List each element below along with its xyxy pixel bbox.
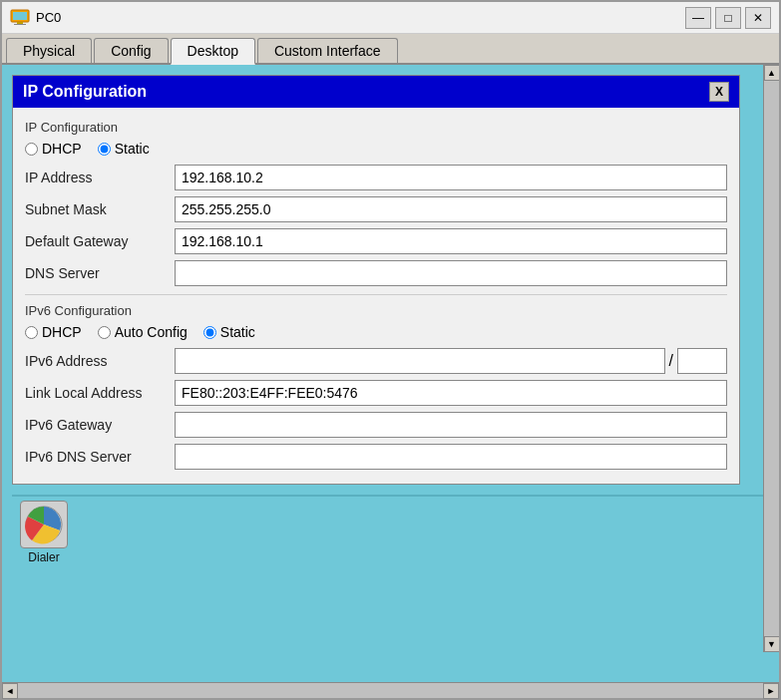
static-label: Static [115, 141, 150, 157]
link-local-address-row: Link Local Address [25, 380, 727, 406]
scroll-up-button[interactable]: ▲ [764, 65, 780, 81]
scroll-right-button[interactable]: ► [763, 683, 779, 699]
ipv6-gateway-row: IPv6 Gateway [25, 412, 727, 438]
svg-rect-1 [13, 12, 27, 20]
ipv6-prefix-input[interactable] [677, 348, 727, 374]
content-area: ▲ ▼ IP Configuration X IP Configuration … [2, 65, 779, 682]
main-window: PC0 — □ ✕ Physical Config Desktop Custom… [0, 0, 781, 700]
ipv6-dhcp-radio[interactable] [25, 326, 38, 339]
ipv6-address-input[interactable] [175, 348, 665, 374]
dns-server-row: DNS Server [25, 260, 727, 286]
subnet-mask-input[interactable] [175, 196, 727, 222]
tab-desktop[interactable]: Desktop [171, 38, 255, 65]
link-local-address-input[interactable] [175, 380, 727, 406]
ipv6-dns-server-input[interactable] [175, 444, 727, 470]
vertical-scrollbar: ▲ ▼ [763, 65, 779, 652]
svg-rect-2 [17, 22, 23, 24]
default-gateway-row: Default Gateway [25, 228, 727, 254]
ipv6-static-label: Static [220, 324, 255, 340]
ipv6-dns-server-label: IPv6 DNS Server [25, 449, 175, 465]
ipv6-address-label: IPv6 Address [25, 353, 175, 369]
ip-address-row: IP Address [25, 165, 727, 190]
ipv6-slash: / [665, 352, 677, 370]
ipv6-dhcp-radio-label[interactable]: DHCP [25, 324, 82, 340]
dhcp-radio[interactable] [25, 143, 38, 156]
bottom-icon-dialer: Dialer [20, 501, 68, 564]
default-gateway-input[interactable] [175, 228, 727, 254]
tab-config[interactable]: Config [94, 38, 168, 63]
link-local-address-label: Link Local Address [25, 385, 175, 401]
subnet-mask-label: Subnet Mask [25, 201, 175, 217]
title-bar: PC0 — □ ✕ [2, 2, 779, 34]
ipv6-dhcp-label: DHCP [42, 324, 82, 340]
window-title: PC0 [36, 10, 61, 25]
dhcp-radio-label[interactable]: DHCP [25, 141, 82, 157]
close-button[interactable]: ✕ [745, 7, 771, 29]
scroll-down-button[interactable]: ▼ [764, 636, 780, 652]
ipv6-gateway-input[interactable] [175, 412, 727, 438]
ipv6-dns-server-row: IPv6 DNS Server [25, 444, 727, 470]
tab-custom-interface[interactable]: Custom Interface [257, 38, 398, 63]
tab-bar: Physical Config Desktop Custom Interface [2, 34, 779, 65]
ipv6-address-group: / [175, 348, 727, 374]
tab-physical[interactable]: Physical [6, 38, 92, 63]
ip-config-body: IP Configuration DHCP Static IP Address [13, 108, 739, 484]
ipv6-gateway-label: IPv6 Gateway [25, 417, 175, 433]
ipv6-auto-label: Auto Config [115, 324, 188, 340]
app-icon [10, 8, 30, 28]
default-gateway-label: Default Gateway [25, 233, 175, 249]
section1-label: IP Configuration [25, 120, 727, 135]
minimize-button[interactable]: — [685, 7, 711, 29]
ipv6-auto-radio-label[interactable]: Auto Config [98, 324, 188, 340]
ipv4-radio-row: DHCP Static [25, 141, 727, 157]
scroll-track [18, 683, 763, 698]
ipv6-radio-row: DHCP Auto Config Static [25, 324, 727, 340]
section-divider [25, 294, 727, 295]
dialer-icon-img[interactable] [20, 501, 68, 548]
ip-address-input[interactable] [175, 165, 727, 190]
maximize-button[interactable]: □ [715, 7, 741, 29]
bottom-bar: Dialer Editor Firewall [12, 495, 769, 574]
dns-server-input[interactable] [175, 260, 727, 286]
section2-label: IPv6 Configuration [25, 303, 727, 318]
ipv6-auto-radio[interactable] [98, 326, 111, 339]
scroll-left-button[interactable]: ◄ [2, 683, 18, 699]
horizontal-scrollbar: ◄ ► [2, 682, 779, 698]
static-radio-label[interactable]: Static [98, 141, 150, 157]
dialer-label: Dialer [28, 550, 59, 564]
ip-config-close-button[interactable]: X [709, 82, 729, 102]
ip-address-label: IP Address [25, 170, 175, 185]
ipv6-static-radio[interactable] [203, 326, 216, 339]
dns-server-label: DNS Server [25, 265, 175, 281]
title-bar-controls: — □ ✕ [685, 7, 771, 29]
dialer-icon [22, 503, 66, 546]
svg-rect-3 [14, 24, 26, 25]
ipv6-static-radio-label[interactable]: Static [203, 324, 255, 340]
ip-config-panel: IP Configuration X IP Configuration DHCP… [12, 75, 740, 485]
ip-config-header: IP Configuration X [13, 76, 739, 108]
static-radio[interactable] [98, 143, 111, 156]
subnet-mask-row: Subnet Mask [25, 196, 727, 222]
ip-config-title: IP Configuration [23, 83, 147, 101]
ipv6-address-row: IPv6 Address / [25, 348, 727, 374]
title-bar-left: PC0 [10, 8, 61, 28]
dhcp-label: DHCP [42, 141, 82, 157]
